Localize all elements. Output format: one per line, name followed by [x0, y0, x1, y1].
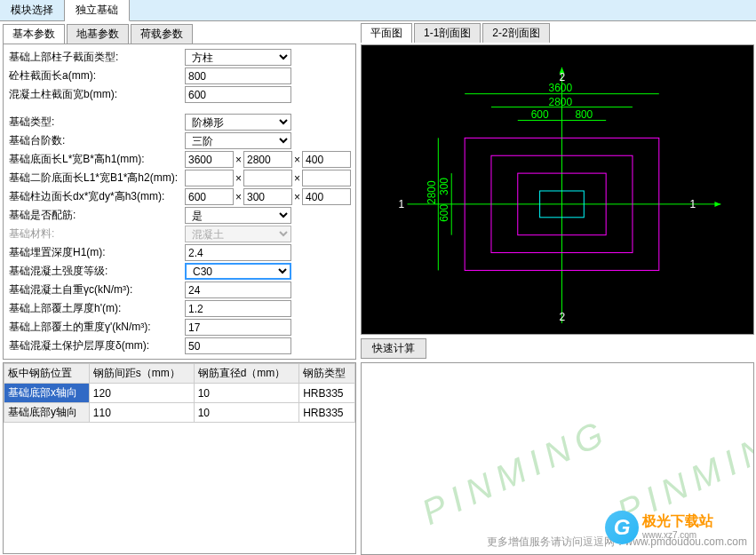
drawing-tabs: 平面图 1-1剖面图 2-2剖面图: [361, 23, 754, 43]
input-step2-h[interactable]: [302, 170, 351, 186]
input-conc-weight[interactable]: [185, 281, 291, 298]
svg-text:3600: 3600: [549, 82, 573, 94]
tab-ground-params[interactable]: 地基参数: [67, 24, 129, 44]
input-col-a[interactable]: [185, 67, 291, 84]
svg-text:2800: 2800: [549, 96, 573, 108]
svg-text:800: 800: [575, 108, 593, 121]
label-soil-h: 基础上部覆土厚度h'(m):: [7, 301, 185, 316]
select-col-section-type[interactable]: 方柱: [185, 49, 291, 66]
input-soil-weight[interactable]: [185, 319, 291, 336]
svg-text:600: 600: [438, 204, 450, 222]
select-steps[interactable]: 三阶: [185, 132, 291, 149]
svg-text:2: 2: [559, 311, 565, 323]
label-cover: 基础混凝土保护层厚度δ(mm):: [7, 338, 185, 353]
input-cover[interactable]: [185, 337, 291, 354]
svg-text:1: 1: [399, 198, 405, 210]
table-row[interactable]: 基础底部x轴向 120 10 HRB335: [4, 384, 355, 403]
cell-spacing[interactable]: 110: [89, 403, 194, 423]
label-col-a: 砼柱截面长a(mm):: [7, 68, 185, 83]
label-soil-weight: 基础上部覆土的重度γ'(kN/m³):: [7, 320, 185, 335]
label-steps: 基础台阶数:: [7, 133, 185, 148]
label-col-edge: 基础柱边面长dx*宽dy*高h3(mm):: [7, 189, 185, 204]
row-head[interactable]: 基础底部x轴向: [4, 384, 90, 403]
input-coledge-dy[interactable]: [243, 188, 292, 205]
footer: 更多增值服务请访问逗逗网：www.pmdoudou.com.com: [487, 535, 747, 550]
input-coledge-dx[interactable]: [185, 188, 234, 205]
label-conc-weight: 基础混凝土自重γc(kN/m³):: [7, 282, 185, 297]
input-soil-h[interactable]: [185, 300, 291, 317]
label-col-section-type: 基础上部柱子截面类型:: [7, 50, 185, 65]
tab-load-params[interactable]: 荷载参数: [131, 24, 193, 44]
select-has-rebar[interactable]: 是: [185, 207, 291, 224]
input-step2-l[interactable]: [185, 170, 234, 186]
tab-section-1-1[interactable]: 1-1剖面图: [414, 23, 481, 43]
grid-header-diameter[interactable]: 钢筋直径d（mm）: [194, 364, 299, 384]
input-depth-h1[interactable]: [185, 244, 291, 261]
output-panel: PINMING PINMING: [361, 362, 754, 555]
tab-module-select[interactable]: 模块选择: [0, 0, 65, 20]
cell-spacing[interactable]: 120: [89, 384, 194, 403]
cell-type[interactable]: HRB335: [299, 384, 355, 403]
label-conc-grade: 基础混凝土强度等级:: [7, 264, 185, 279]
watermark: PINMING: [611, 411, 754, 533]
svg-text:300: 300: [438, 178, 450, 195]
tab-independent-foundation[interactable]: 独立基础: [65, 0, 130, 21]
select-found-type[interactable]: 阶梯形: [185, 114, 291, 131]
cell-type[interactable]: HRB335: [299, 403, 355, 423]
input-base-l[interactable]: [185, 151, 234, 168]
label-material: 基础材料:: [7, 226, 185, 242]
input-base-b[interactable]: [243, 151, 292, 168]
label-base-lbh: 基础底面长L*宽B*高h1(mm):: [7, 152, 185, 167]
grid-header-spacing[interactable]: 钢筋间距s（mm）: [89, 364, 194, 384]
cell-diameter[interactable]: 10: [194, 403, 299, 423]
cell-diameter[interactable]: 10: [194, 384, 299, 403]
footer-link[interactable]: www.pmdoudou.com.com: [625, 535, 747, 548]
select-material: 混凝土: [185, 226, 291, 242]
watermark: PINMING: [416, 411, 616, 533]
input-base-h1[interactable]: [302, 151, 351, 168]
table-row[interactable]: 基础底部y轴向 110 10 HRB335: [4, 403, 355, 423]
rebar-grid-wrap: 板中钢筋位置 钢筋间距s（mm） 钢筋直径d（mm） 钢筋类型 基础底部x轴向 …: [3, 362, 356, 554]
rebar-grid: 板中钢筋位置 钢筋间距s（mm） 钢筋直径d（mm） 钢筋类型 基础底部x轴向 …: [4, 363, 355, 423]
svg-text:600: 600: [531, 108, 549, 121]
input-coledge-h3[interactable]: [302, 188, 351, 205]
svg-text:2800: 2800: [426, 180, 438, 204]
params-panel: 基础上部柱子截面类型: 方柱 砼柱截面长a(mm): 混凝土柱截面宽b(mm):…: [3, 44, 356, 360]
svg-marker-2: [714, 202, 720, 207]
tab-plan-view[interactable]: 平面图: [361, 23, 412, 43]
top-tabs: 模块选择 独立基础: [0, 0, 756, 21]
label-depth-h1: 基础埋置深度H1(m):: [7, 245, 185, 260]
input-step2-b[interactable]: [243, 170, 292, 186]
param-sub-tabs: 基本参数 地基参数 荷载参数: [3, 24, 356, 44]
label-has-rebar: 基础是否配筋:: [7, 208, 185, 223]
tab-section-2-2[interactable]: 2-2剖面图: [482, 23, 549, 43]
label-step2: 基础二阶底面长L1*宽B1*高h2(mm):: [7, 170, 185, 186]
tab-basic-params[interactable]: 基本参数: [3, 24, 65, 44]
svg-text:1: 1: [690, 198, 696, 210]
select-conc-grade[interactable]: C30: [185, 263, 291, 280]
grid-header-position[interactable]: 板中钢筋位置: [4, 364, 90, 384]
input-col-b[interactable]: [185, 86, 291, 103]
row-head[interactable]: 基础底部y轴向: [4, 403, 90, 423]
grid-header-type[interactable]: 钢筋类型: [299, 364, 355, 384]
label-found-type: 基础类型:: [7, 115, 185, 130]
quick-calc-button[interactable]: 快速计算: [361, 338, 426, 359]
drawing-canvas[interactable]: 1 1 2 2 3600 2800 600 800 2800: [361, 44, 754, 335]
label-col-b: 混凝土柱截面宽b(mm):: [7, 87, 185, 102]
